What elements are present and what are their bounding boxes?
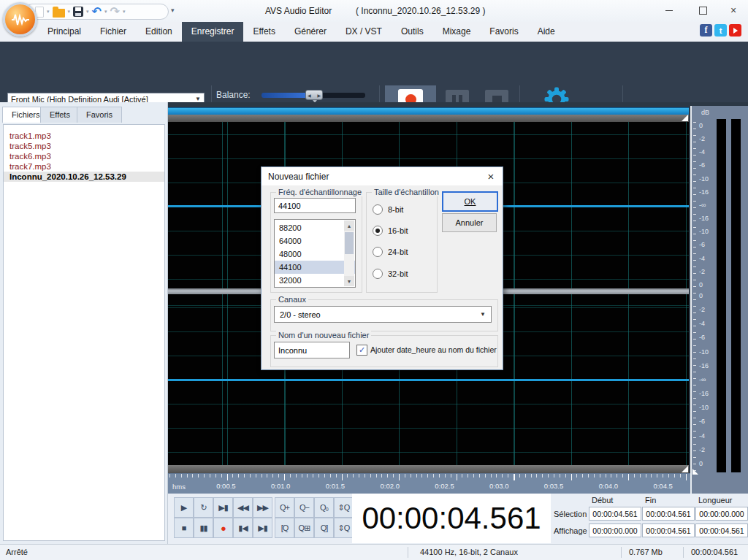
zoom-button[interactable]: Q− [294, 497, 314, 518]
transport-button[interactable]: ● [213, 518, 233, 538]
panel-tab-effets[interactable]: Effets [40, 107, 80, 123]
tab-enregistrer[interactable]: Enregistrer [182, 22, 244, 42]
selection-header-fin: Fin [642, 496, 695, 505]
transport-button[interactable]: ▶ [174, 497, 194, 518]
tab-favoris[interactable]: Favoris [480, 22, 527, 42]
minimize-button[interactable] [657, 3, 681, 18]
radio-24bit[interactable]: 24-bit [373, 247, 408, 257]
balance-slider-handle[interactable]: ◀▶ [305, 90, 323, 100]
toolbar-customize-icon[interactable]: ▾ [171, 7, 175, 14]
dropdown-caret-icon[interactable]: ▾ [104, 9, 107, 15]
panel-tab-favoris[interactable]: Favoris [77, 107, 122, 123]
tab-dx-vst[interactable]: DX / VST [336, 22, 392, 42]
twitter-icon[interactable]: t [714, 24, 727, 37]
zoom-button[interactable]: [Q [275, 518, 294, 538]
display-start-field[interactable]: 00:00:00.000 [589, 523, 641, 537]
open-folder-icon[interactable] [53, 9, 65, 18]
dialog-close-button[interactable]: × [480, 168, 502, 185]
zoom-button[interactable]: Q₀ [314, 497, 334, 518]
tab-mixage[interactable]: Mixage [433, 22, 481, 42]
horizontal-scrollbar-bottom[interactable] [168, 465, 689, 473]
scroll-up-icon[interactable]: ▲ [344, 220, 354, 231]
zoom-button[interactable]: Q] [314, 518, 334, 538]
display-end-field[interactable]: 00:00:04.561 [642, 523, 695, 537]
transport-button[interactable]: ▶▮ [213, 497, 233, 518]
list-item[interactable]: 64000 [275, 234, 355, 248]
list-item[interactable]: track6.mp3 [4, 151, 164, 161]
list-scrollbar[interactable]: ▲ ▼ [344, 220, 354, 286]
scroll-down-icon[interactable]: ▼ [344, 276, 354, 286]
list-item[interactable]: 32000 [275, 274, 355, 287]
channels-select[interactable]: 2/0 - stereo ▼ [274, 306, 492, 323]
waveform-logo-glyph [11, 13, 30, 26]
app-logo-icon[interactable] [3, 2, 37, 37]
file-name-input[interactable]: Inconnu [274, 342, 350, 358]
radio-label: 24-bit [388, 248, 408, 256]
db-label: -4 [699, 320, 717, 327]
list-item[interactable]: 48000 [275, 248, 355, 261]
overview-seek-bar[interactable] [168, 107, 689, 115]
tab-principal[interactable]: Principal [38, 22, 91, 42]
db-label: -16 [699, 188, 717, 196]
tab-outils[interactable]: Outils [392, 22, 433, 42]
zoom-button[interactable]: ⇕Q [334, 518, 354, 538]
sample-rate-input[interactable]: 44100 [274, 198, 356, 213]
db-label: -4 [699, 255, 717, 262]
tab-generer[interactable]: Générer [285, 22, 336, 42]
tab-effets[interactable]: Effets [243, 22, 284, 42]
channel-centerline [168, 379, 689, 381]
list-item-selected[interactable]: Inconnu_2020.10.26_12.53.29 [4, 172, 164, 182]
dropdown-caret-icon[interactable]: ▾ [123, 9, 126, 15]
radio-32bit[interactable]: 32-bit [373, 269, 408, 279]
transport-button[interactable]: ▮▮ [194, 518, 213, 538]
db-label: -4 [699, 148, 717, 156]
radio-label: 16-bit [388, 226, 408, 235]
selection-start-field[interactable]: 00:00:04.561 [589, 507, 641, 521]
cancel-button[interactable]: Annuler [442, 213, 497, 232]
dropdown-caret-icon[interactable]: ▾ [68, 9, 71, 15]
dropdown-caret-icon[interactable]: ▾ [47, 9, 50, 15]
save-icon[interactable] [73, 7, 83, 17]
zoom-button[interactable]: ⇕Q [334, 497, 354, 518]
transport-button[interactable]: ■ [174, 518, 194, 538]
display-length-field[interactable]: 00:00:04.561 [695, 523, 748, 537]
radio-16bit[interactable]: 16-bit [373, 226, 408, 236]
level-meter-right [731, 119, 741, 472]
redo-icon[interactable]: ↷ [110, 7, 119, 17]
undo-icon[interactable]: ↶ [92, 7, 102, 17]
status-state: Arrêté [6, 548, 28, 556]
tab-fichier[interactable]: Fichier [91, 22, 136, 42]
list-item[interactable]: track7.mp3 [4, 161, 164, 172]
db-unit-label: dB [701, 109, 709, 116]
list-item-selected[interactable]: 44100 [275, 261, 355, 274]
dialog-title-bar[interactable]: Nouveau fichier [262, 167, 503, 185]
transport-button[interactable]: ↻ [194, 497, 213, 518]
list-item[interactable]: track5.mp3 [4, 141, 164, 151]
transport-button[interactable]: ▶▶ [253, 497, 272, 518]
list-item[interactable]: track1.mp3 [4, 131, 164, 141]
selection-length-field[interactable]: 00:00:00.000 [695, 507, 748, 521]
list-item[interactable]: 88200 [275, 221, 355, 234]
transport-button[interactable]: ◀◀ [233, 497, 253, 518]
horizontal-scrollbar-top[interactable] [168, 115, 689, 122]
tab-edition[interactable]: Edition [136, 22, 182, 42]
tab-aide[interactable]: Aide [528, 22, 565, 42]
selection-end-field[interactable]: 00:00:04.561 [642, 507, 695, 521]
close-button[interactable]: × [722, 3, 745, 18]
ok-button[interactable]: OK [442, 191, 498, 212]
maximize-button[interactable] [691, 3, 714, 18]
radio-8bit[interactable]: 8-bit [373, 204, 403, 215]
append-date-checkbox[interactable]: ✓ [356, 345, 367, 356]
maximize-icon [699, 7, 707, 15]
scrollbar-thumb[interactable] [345, 232, 354, 254]
time-ruler[interactable]: hms 0:00.50:01.00:01.50:02.00:02.50:03.0… [168, 473, 690, 494]
youtube-icon[interactable] [729, 24, 741, 37]
append-date-checkbox-label[interactable]: Ajouter date_heure au nom du fichier [370, 345, 497, 354]
transport-button[interactable]: ▶▮ [253, 518, 272, 538]
db-scale-ticks [693, 122, 696, 472]
facebook-icon[interactable]: f [700, 24, 712, 37]
dropdown-caret-icon[interactable]: ▾ [86, 9, 89, 15]
transport-button[interactable]: ▮◀ [233, 518, 253, 538]
zoom-button[interactable]: Q+ [275, 497, 294, 518]
zoom-button[interactable]: Q⊞ [294, 518, 314, 538]
